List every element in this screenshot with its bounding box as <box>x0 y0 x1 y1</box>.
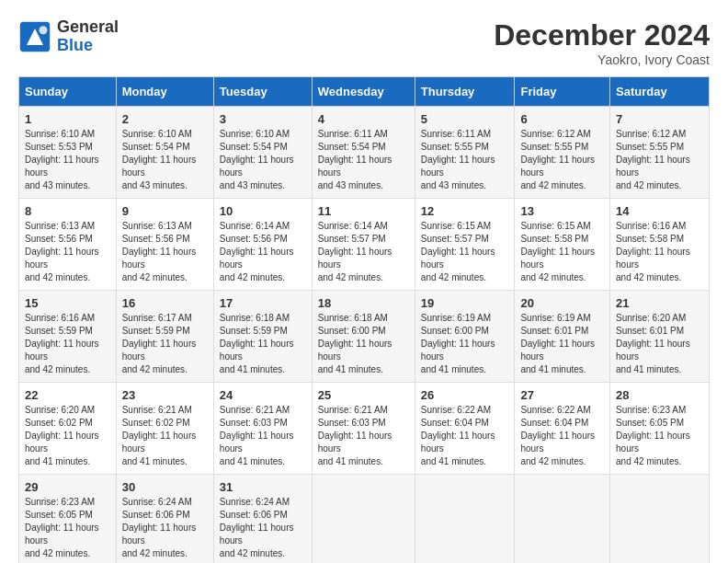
day-number: 23 <box>122 388 208 402</box>
day-info: Sunrise: 6:17 AMSunset: 5:59 PMDaylight:… <box>122 312 208 376</box>
calendar-cell: 1Sunrise: 6:10 AMSunset: 5:53 PMDaylight… <box>19 107 117 199</box>
calendar-table: Sunday Monday Tuesday Wednesday Thursday… <box>18 76 710 563</box>
page-header: General Blue December 2024 Yaokro, Ivory… <box>18 18 710 67</box>
day-number: 18 <box>318 296 409 310</box>
calendar-cell: 2Sunrise: 6:10 AMSunset: 5:54 PMDaylight… <box>116 107 213 199</box>
calendar-cell: 26Sunrise: 6:22 AMSunset: 6:04 PMDayligh… <box>415 383 515 475</box>
calendar-week-4: 22Sunrise: 6:20 AMSunset: 6:02 PMDayligh… <box>19 383 710 475</box>
logo: General Blue <box>18 18 119 55</box>
day-number: 21 <box>616 296 703 310</box>
calendar-cell: 15Sunrise: 6:16 AMSunset: 5:59 PMDayligh… <box>19 291 117 383</box>
logo-line1: General <box>57 18 119 37</box>
calendar-cell: 5Sunrise: 6:11 AMSunset: 5:55 PMDaylight… <box>415 107 515 199</box>
calendar-cell: 30Sunrise: 6:24 AMSunset: 6:06 PMDayligh… <box>116 475 213 564</box>
day-info: Sunrise: 6:16 AMSunset: 5:58 PMDaylight:… <box>616 220 703 284</box>
col-friday: Friday <box>515 77 610 107</box>
day-number: 22 <box>25 388 110 402</box>
calendar-cell: 17Sunrise: 6:18 AMSunset: 5:59 PMDayligh… <box>213 291 312 383</box>
day-info: Sunrise: 6:22 AMSunset: 6:04 PMDaylight:… <box>421 404 509 468</box>
calendar-cell: 25Sunrise: 6:21 AMSunset: 6:03 PMDayligh… <box>312 383 415 475</box>
day-number: 26 <box>421 388 509 402</box>
calendar-header: Sunday Monday Tuesday Wednesday Thursday… <box>19 77 710 107</box>
calendar-cell: 20Sunrise: 6:19 AMSunset: 6:01 PMDayligh… <box>515 291 610 383</box>
col-thursday: Thursday <box>415 77 515 107</box>
calendar-cell: 13Sunrise: 6:15 AMSunset: 5:58 PMDayligh… <box>515 199 610 291</box>
day-info: Sunrise: 6:20 AMSunset: 6:02 PMDaylight:… <box>25 404 110 468</box>
calendar-cell: 12Sunrise: 6:15 AMSunset: 5:57 PMDayligh… <box>415 199 515 291</box>
day-number: 3 <box>220 112 306 126</box>
day-info: Sunrise: 6:22 AMSunset: 6:04 PMDaylight:… <box>520 404 604 468</box>
day-info: Sunrise: 6:15 AMSunset: 5:57 PMDaylight:… <box>421 220 509 284</box>
day-info: Sunrise: 6:14 AMSunset: 5:57 PMDaylight:… <box>318 220 409 284</box>
day-info: Sunrise: 6:13 AMSunset: 5:56 PMDaylight:… <box>122 220 208 284</box>
day-number: 20 <box>520 296 604 310</box>
calendar-cell: 11Sunrise: 6:14 AMSunset: 5:57 PMDayligh… <box>312 199 415 291</box>
day-number: 5 <box>421 112 509 126</box>
day-info: Sunrise: 6:14 AMSunset: 5:56 PMDaylight:… <box>220 220 306 284</box>
calendar-cell: 7Sunrise: 6:12 AMSunset: 5:55 PMDaylight… <box>610 107 710 199</box>
day-info: Sunrise: 6:16 AMSunset: 5:59 PMDaylight:… <box>25 312 110 376</box>
calendar-cell: 23Sunrise: 6:21 AMSunset: 6:02 PMDayligh… <box>116 383 213 475</box>
day-number: 7 <box>616 112 703 126</box>
day-info: Sunrise: 6:19 AMSunset: 6:01 PMDaylight:… <box>520 312 604 376</box>
calendar-cell: 9Sunrise: 6:13 AMSunset: 5:56 PMDaylight… <box>116 199 213 291</box>
col-monday: Monday <box>116 77 213 107</box>
day-number: 6 <box>520 112 604 126</box>
calendar-cell: 28Sunrise: 6:23 AMSunset: 6:05 PMDayligh… <box>610 383 710 475</box>
calendar-cell: 31Sunrise: 6:24 AMSunset: 6:06 PMDayligh… <box>213 475 312 564</box>
day-number: 1 <box>25 112 110 126</box>
calendar-cell <box>515 475 610 564</box>
day-number: 24 <box>220 388 306 402</box>
col-saturday: Saturday <box>610 77 710 107</box>
day-info: Sunrise: 6:23 AMSunset: 6:05 PMDaylight:… <box>25 496 110 560</box>
day-number: 9 <box>122 204 208 218</box>
day-number: 13 <box>520 204 604 218</box>
day-number: 27 <box>520 388 604 402</box>
day-number: 28 <box>616 388 703 402</box>
day-number: 19 <box>421 296 509 310</box>
calendar-cell: 22Sunrise: 6:20 AMSunset: 6:02 PMDayligh… <box>19 383 117 475</box>
day-number: 10 <box>220 204 306 218</box>
day-number: 12 <box>421 204 509 218</box>
day-number: 30 <box>122 480 208 494</box>
title-block: December 2024 Yaokro, Ivory Coast <box>494 18 710 67</box>
day-number: 29 <box>25 480 110 494</box>
calendar-cell: 10Sunrise: 6:14 AMSunset: 5:56 PMDayligh… <box>213 199 312 291</box>
day-number: 25 <box>318 388 409 402</box>
location: Yaokro, Ivory Coast <box>494 52 710 67</box>
calendar-cell: 14Sunrise: 6:16 AMSunset: 5:58 PMDayligh… <box>610 199 710 291</box>
calendar-cell: 16Sunrise: 6:17 AMSunset: 5:59 PMDayligh… <box>116 291 213 383</box>
calendar-week-1: 1Sunrise: 6:10 AMSunset: 5:53 PMDaylight… <box>19 107 710 199</box>
svg-point-2 <box>40 26 48 34</box>
day-info: Sunrise: 6:13 AMSunset: 5:56 PMDaylight:… <box>25 220 110 284</box>
calendar-cell <box>415 475 515 564</box>
day-info: Sunrise: 6:18 AMSunset: 6:00 PMDaylight:… <box>318 312 409 376</box>
calendar-cell: 19Sunrise: 6:19 AMSunset: 6:00 PMDayligh… <box>415 291 515 383</box>
calendar-cell: 18Sunrise: 6:18 AMSunset: 6:00 PMDayligh… <box>312 291 415 383</box>
day-info: Sunrise: 6:15 AMSunset: 5:58 PMDaylight:… <box>520 220 604 284</box>
day-number: 14 <box>616 204 703 218</box>
day-info: Sunrise: 6:10 AMSunset: 5:54 PMDaylight:… <box>220 128 306 192</box>
calendar-cell <box>610 475 710 564</box>
month-year: December 2024 <box>494 18 710 52</box>
day-info: Sunrise: 6:24 AMSunset: 6:06 PMDaylight:… <box>220 496 306 560</box>
day-info: Sunrise: 6:21 AMSunset: 6:02 PMDaylight:… <box>122 404 208 468</box>
col-tuesday: Tuesday <box>213 77 312 107</box>
day-number: 15 <box>25 296 110 310</box>
day-info: Sunrise: 6:18 AMSunset: 5:59 PMDaylight:… <box>220 312 306 376</box>
calendar-cell <box>312 475 415 564</box>
calendar-week-3: 15Sunrise: 6:16 AMSunset: 5:59 PMDayligh… <box>19 291 710 383</box>
calendar-cell: 4Sunrise: 6:11 AMSunset: 5:54 PMDaylight… <box>312 107 415 199</box>
calendar-week-2: 8Sunrise: 6:13 AMSunset: 5:56 PMDaylight… <box>19 199 710 291</box>
day-info: Sunrise: 6:20 AMSunset: 6:01 PMDaylight:… <box>616 312 703 376</box>
col-sunday: Sunday <box>19 77 117 107</box>
calendar-cell: 29Sunrise: 6:23 AMSunset: 6:05 PMDayligh… <box>19 475 117 564</box>
calendar-cell: 3Sunrise: 6:10 AMSunset: 5:54 PMDaylight… <box>213 107 312 199</box>
day-number: 17 <box>220 296 306 310</box>
day-info: Sunrise: 6:24 AMSunset: 6:06 PMDaylight:… <box>122 496 208 560</box>
day-info: Sunrise: 6:23 AMSunset: 6:05 PMDaylight:… <box>616 404 703 468</box>
logo-line2: Blue <box>57 37 119 55</box>
day-info: Sunrise: 6:12 AMSunset: 5:55 PMDaylight:… <box>616 128 703 192</box>
day-number: 2 <box>122 112 208 126</box>
day-number: 8 <box>25 204 110 218</box>
